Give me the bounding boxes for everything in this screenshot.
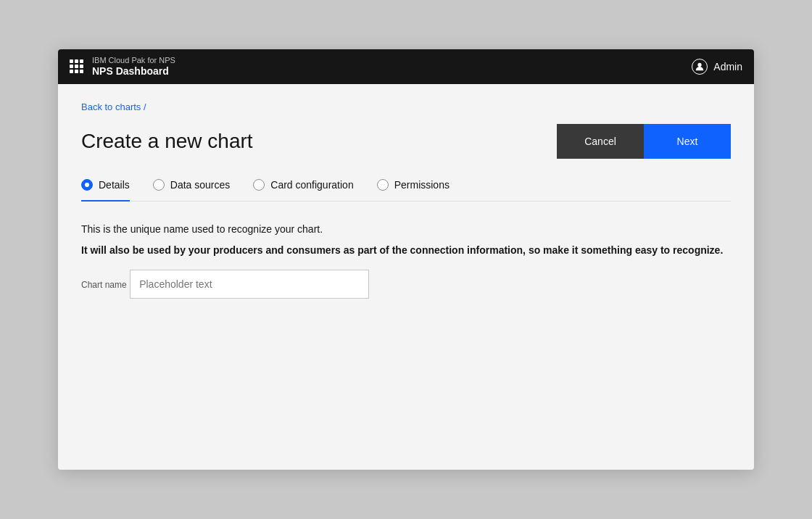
form-section: This is the unique name used to recogniz…: [81, 222, 731, 299]
app-switcher-icon[interactable]: [70, 59, 83, 73]
navbar-titles: IBM Cloud Pak for NPS NPS Dashboard: [92, 56, 175, 78]
tabs-row: Details Data sources Card configuration …: [81, 179, 731, 202]
navbar-left: IBM Cloud Pak for NPS NPS Dashboard: [70, 56, 175, 78]
next-button[interactable]: Next: [644, 124, 731, 159]
breadcrumb[interactable]: Back to charts /: [81, 101, 731, 112]
main-content: Back to charts / Create a new chart Canc…: [58, 84, 754, 470]
chart-name-label: Chart name: [81, 280, 127, 290]
tab-permissions[interactable]: Permissions: [377, 179, 450, 201]
app-name: NPS Dashboard: [92, 65, 175, 78]
tab-permissions-indicator: [377, 179, 389, 191]
admin-label: Admin: [713, 61, 742, 72]
tab-data-sources-indicator: [153, 179, 165, 191]
navbar: IBM Cloud Pak for NPS NPS Dashboard Admi…: [58, 49, 754, 84]
tab-data-sources[interactable]: Data sources: [153, 179, 230, 201]
tab-details[interactable]: Details: [81, 179, 130, 201]
svg-point-0: [698, 63, 702, 67]
page-title: Create a new chart: [81, 130, 253, 153]
product-name: IBM Cloud Pak for NPS: [92, 56, 175, 65]
user-icon: [695, 62, 705, 72]
tab-details-indicator: [81, 179, 93, 191]
tab-card-config-label: Card configuration: [270, 179, 353, 191]
form-description: This is the unique name used to recogniz…: [81, 222, 731, 237]
tab-permissions-label: Permissions: [394, 179, 450, 191]
admin-avatar-icon: [692, 59, 708, 75]
app-window: IBM Cloud Pak for NPS NPS Dashboard Admi…: [58, 49, 754, 470]
tab-details-label: Details: [99, 179, 130, 191]
form-description-bold: It will also be used by your producers a…: [81, 243, 731, 258]
tab-data-sources-label: Data sources: [170, 179, 230, 191]
page-header-row: Create a new chart Cancel Next: [81, 124, 731, 159]
header-actions: Cancel Next: [557, 124, 731, 159]
tab-card-config-indicator: [253, 179, 265, 191]
admin-menu[interactable]: Admin: [692, 59, 742, 75]
cancel-button[interactable]: Cancel: [557, 124, 644, 159]
chart-name-input[interactable]: [130, 270, 369, 299]
tab-card-configuration[interactable]: Card configuration: [253, 179, 353, 201]
